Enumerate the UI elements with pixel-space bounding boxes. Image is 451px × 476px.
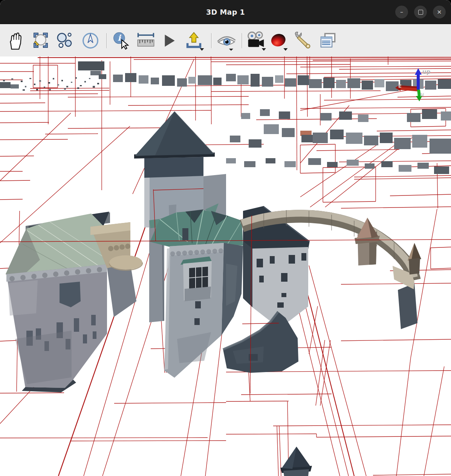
report-button[interactable] (319, 31, 337, 50)
toolbar: i (0, 24, 451, 56)
measure-tool-button[interactable] (136, 31, 155, 50)
movie-camera-icon (246, 31, 266, 52)
castle-3d-model (6, 111, 421, 476)
overlay-tool-button[interactable] (56, 31, 73, 50)
minimize-button[interactable]: – (395, 6, 408, 18)
animate-tool-button[interactable] (164, 31, 176, 50)
pan-hand-icon (7, 31, 24, 50)
maximize-button[interactable] (414, 6, 427, 18)
view-control-button[interactable] (216, 31, 237, 50)
pan-tool-button[interactable] (7, 31, 24, 50)
zoom-tool-button[interactable] (32, 31, 50, 50)
background-city-buildings (0, 61, 451, 174)
compass-icon (81, 31, 99, 50)
window-controls: – × (395, 0, 446, 24)
3d-scene: up E N (0, 56, 451, 476)
animation-record-button[interactable] (246, 31, 266, 50)
toolbar-separator (211, 33, 212, 48)
toolbar-separator (242, 33, 243, 48)
light-sphere-icon (270, 31, 289, 52)
query-tool-button[interactable]: i (112, 31, 131, 50)
settings-button[interactable] (294, 31, 313, 50)
zoom-extent-icon (32, 31, 50, 50)
close-button[interactable]: × (433, 6, 446, 18)
export-tool-button[interactable] (185, 31, 206, 50)
rotate-tool-button[interactable] (81, 31, 99, 50)
maximize-icon (418, 10, 423, 15)
axis-up-label: up (422, 69, 431, 75)
toolbar-separator (106, 33, 107, 48)
report-log-icon (319, 31, 337, 50)
lighting-button[interactable] (270, 31, 289, 50)
axis-north-label: N (420, 92, 424, 98)
eye-icon (216, 31, 237, 52)
wrench-icon (294, 31, 313, 51)
titlebar: 3D Map 1 – × (0, 0, 451, 24)
axis-east-label: E (398, 83, 402, 89)
overlay-circles-icon (56, 31, 73, 50)
play-icon (164, 31, 176, 50)
export-view-icon (185, 31, 206, 52)
window-title: 3D Map 1 (206, 8, 245, 16)
3d-map-canvas[interactable]: up E N (0, 56, 451, 476)
measure-ruler-icon (136, 31, 155, 50)
app-window: 3D Map 1 – × (0, 0, 451, 476)
query-info-icon: i (112, 31, 131, 51)
